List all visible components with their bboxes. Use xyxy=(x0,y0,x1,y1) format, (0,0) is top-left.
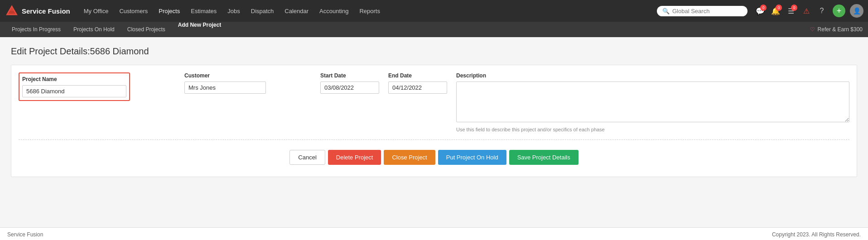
page-title: Edit Project Details:5686 Diamond xyxy=(11,46,857,57)
nav-projects[interactable]: Projects xyxy=(154,5,184,17)
brand-icon xyxy=(5,4,19,18)
question-icon: ? xyxy=(820,7,824,15)
project-name-input[interactable] xyxy=(22,85,126,97)
end-date-group: End Date xyxy=(388,72,447,94)
form-row: Project Name Customer Start Date End Dat… xyxy=(19,72,849,132)
heart-icon: ♡ xyxy=(810,26,815,33)
refer-earn-label: Refer & Earn $300 xyxy=(818,26,863,33)
customer-input[interactable] xyxy=(184,82,266,94)
action-button-row: Cancel Delete Project Close Project Put … xyxy=(19,150,849,169)
top-navigation: Service Fusion My Office Customers Proje… xyxy=(0,0,868,22)
main-content: Edit Project Details:5686 Diamond Projec… xyxy=(0,37,868,227)
close-project-button[interactable]: Close Project xyxy=(384,150,435,165)
sub-nav-on-hold[interactable]: Projects On Hold xyxy=(67,22,121,37)
nav-customers[interactable]: Customers xyxy=(115,5,152,17)
start-date-input[interactable] xyxy=(320,82,379,94)
description-hint: Use this field to describe this project … xyxy=(456,127,849,132)
project-name-label: Project Name xyxy=(22,76,126,82)
bell-badge: 0 xyxy=(776,5,782,11)
form-divider xyxy=(19,139,849,140)
nav-dispatch[interactable]: Dispatch xyxy=(246,5,279,17)
refer-earn-link[interactable]: ♡ Refer & Earn $300 xyxy=(810,26,863,33)
end-date-input[interactable] xyxy=(388,82,447,94)
page-footer: Service Fusion Copyright 2023. All Right… xyxy=(0,227,868,240)
add-button[interactable]: + xyxy=(833,5,845,17)
global-search-input[interactable] xyxy=(672,8,742,14)
description-input[interactable] xyxy=(456,82,849,122)
menu-icon-button[interactable]: ☰ 0 xyxy=(785,5,797,17)
footer-brand: Service Fusion xyxy=(7,231,43,238)
user-avatar[interactable]: 👤 xyxy=(850,4,863,18)
brand-name: Service Fusion xyxy=(22,7,70,15)
search-icon: 🔍 xyxy=(662,8,670,14)
nav-my-office[interactable]: My Office xyxy=(79,5,113,17)
description-group: Description Use this field to describe t… xyxy=(456,72,849,132)
warning-icon-button[interactable]: ⚠ xyxy=(800,5,813,17)
nav-estimates[interactable]: Estimates xyxy=(186,5,221,17)
nav-icon-group: 💬 0 🔔 0 ☰ 0 ⚠ ? + 👤 xyxy=(754,4,863,18)
start-date-label: Start Date xyxy=(320,72,379,79)
footer-copyright: Copyright 2023. All Rights Reserved. xyxy=(772,231,861,238)
chat-icon-button[interactable]: 💬 0 xyxy=(754,5,767,17)
nav-jobs[interactable]: Jobs xyxy=(223,5,244,17)
description-label: Description xyxy=(456,72,849,79)
sub-navigation: Projects In Progress Projects On Hold Cl… xyxy=(0,22,868,37)
menu-badge: 0 xyxy=(791,5,797,11)
end-date-label: End Date xyxy=(388,72,447,79)
start-date-group: Start Date xyxy=(320,72,379,94)
project-form-section: Project Name Customer Start Date End Dat… xyxy=(11,65,857,177)
sub-nav-links: Projects In Progress Projects On Hold Cl… xyxy=(5,22,227,37)
plus-icon: + xyxy=(837,6,842,16)
question-icon-button[interactable]: ? xyxy=(815,5,828,17)
nav-accounting[interactable]: Accounting xyxy=(315,5,353,17)
warning-icon: ⚠ xyxy=(803,7,810,15)
sub-nav-closed[interactable]: Closed Projects xyxy=(121,22,172,37)
save-project-button[interactable]: Save Project Details xyxy=(509,150,579,165)
customer-group: Customer xyxy=(184,72,266,94)
project-name-group: Project Name xyxy=(19,72,130,101)
put-on-hold-button[interactable]: Put Project On Hold xyxy=(438,150,506,165)
brand-logo[interactable]: Service Fusion xyxy=(5,4,70,18)
delete-project-button[interactable]: Delete Project xyxy=(328,150,381,165)
cancel-button[interactable]: Cancel xyxy=(289,150,325,165)
sub-nav-add-project[interactable]: Add New Project xyxy=(172,22,227,37)
global-search-container: 🔍 xyxy=(657,6,747,16)
avatar-icon: 👤 xyxy=(853,7,861,14)
nav-reports[interactable]: Reports xyxy=(355,5,385,17)
nav-calendar[interactable]: Calendar xyxy=(280,5,313,17)
sub-nav-in-progress[interactable]: Projects In Progress xyxy=(5,22,67,37)
chat-badge: 0 xyxy=(760,5,767,11)
customer-label: Customer xyxy=(184,72,266,79)
bell-icon-button[interactable]: 🔔 0 xyxy=(769,5,782,17)
